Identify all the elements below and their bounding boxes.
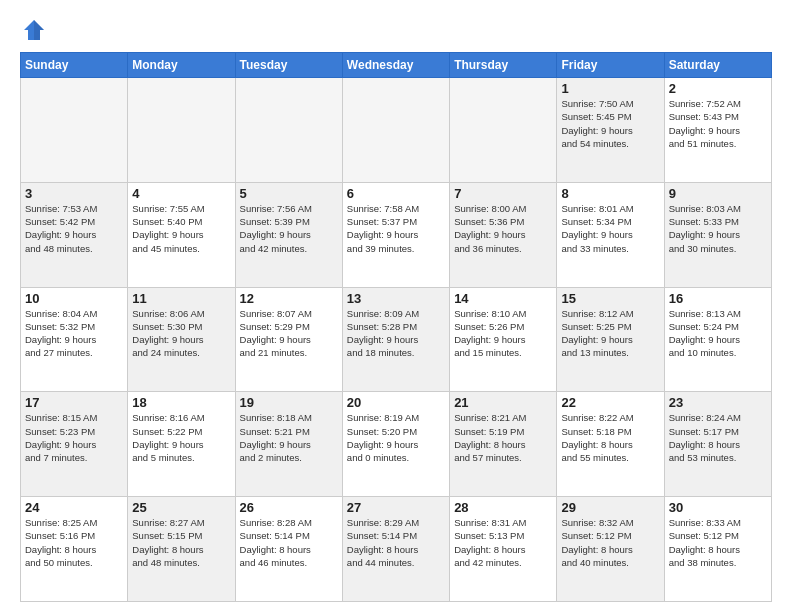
day-cell: 4Sunrise: 7:55 AM Sunset: 5:40 PM Daylig…: [128, 182, 235, 287]
day-cell: 22Sunrise: 8:22 AM Sunset: 5:18 PM Dayli…: [557, 392, 664, 497]
day-cell: 16Sunrise: 8:13 AM Sunset: 5:24 PM Dayli…: [664, 287, 771, 392]
day-cell: 12Sunrise: 8:07 AM Sunset: 5:29 PM Dayli…: [235, 287, 342, 392]
day-cell: 8Sunrise: 8:01 AM Sunset: 5:34 PM Daylig…: [557, 182, 664, 287]
day-info: Sunrise: 8:22 AM Sunset: 5:18 PM Dayligh…: [561, 411, 659, 464]
day-number: 5: [240, 186, 338, 201]
week-row-3: 10Sunrise: 8:04 AM Sunset: 5:32 PM Dayli…: [21, 287, 772, 392]
calendar-table: SundayMondayTuesdayWednesdayThursdayFrid…: [20, 52, 772, 602]
day-cell: [128, 78, 235, 183]
day-number: 19: [240, 395, 338, 410]
day-info: Sunrise: 8:32 AM Sunset: 5:12 PM Dayligh…: [561, 516, 659, 569]
day-cell: [450, 78, 557, 183]
day-number: 25: [132, 500, 230, 515]
day-info: Sunrise: 8:29 AM Sunset: 5:14 PM Dayligh…: [347, 516, 445, 569]
day-cell: 2Sunrise: 7:52 AM Sunset: 5:43 PM Daylig…: [664, 78, 771, 183]
day-number: 8: [561, 186, 659, 201]
day-info: Sunrise: 7:55 AM Sunset: 5:40 PM Dayligh…: [132, 202, 230, 255]
day-cell: 14Sunrise: 8:10 AM Sunset: 5:26 PM Dayli…: [450, 287, 557, 392]
day-info: Sunrise: 7:52 AM Sunset: 5:43 PM Dayligh…: [669, 97, 767, 150]
day-number: 17: [25, 395, 123, 410]
day-info: Sunrise: 8:18 AM Sunset: 5:21 PM Dayligh…: [240, 411, 338, 464]
day-cell: 20Sunrise: 8:19 AM Sunset: 5:20 PM Dayli…: [342, 392, 449, 497]
day-info: Sunrise: 8:15 AM Sunset: 5:23 PM Dayligh…: [25, 411, 123, 464]
day-cell: 30Sunrise: 8:33 AM Sunset: 5:12 PM Dayli…: [664, 497, 771, 602]
day-info: Sunrise: 8:07 AM Sunset: 5:29 PM Dayligh…: [240, 307, 338, 360]
day-cell: 23Sunrise: 8:24 AM Sunset: 5:17 PM Dayli…: [664, 392, 771, 497]
col-header-thursday: Thursday: [450, 53, 557, 78]
day-info: Sunrise: 8:13 AM Sunset: 5:24 PM Dayligh…: [669, 307, 767, 360]
svg-marker-1: [34, 20, 44, 40]
day-number: 24: [25, 500, 123, 515]
day-info: Sunrise: 8:03 AM Sunset: 5:33 PM Dayligh…: [669, 202, 767, 255]
day-cell: 24Sunrise: 8:25 AM Sunset: 5:16 PM Dayli…: [21, 497, 128, 602]
day-number: 13: [347, 291, 445, 306]
day-number: 6: [347, 186, 445, 201]
header-row: SundayMondayTuesdayWednesdayThursdayFrid…: [21, 53, 772, 78]
day-info: Sunrise: 8:31 AM Sunset: 5:13 PM Dayligh…: [454, 516, 552, 569]
day-cell: [21, 78, 128, 183]
day-number: 14: [454, 291, 552, 306]
day-info: Sunrise: 7:50 AM Sunset: 5:45 PM Dayligh…: [561, 97, 659, 150]
day-cell: 9Sunrise: 8:03 AM Sunset: 5:33 PM Daylig…: [664, 182, 771, 287]
day-info: Sunrise: 8:00 AM Sunset: 5:36 PM Dayligh…: [454, 202, 552, 255]
day-cell: 15Sunrise: 8:12 AM Sunset: 5:25 PM Dayli…: [557, 287, 664, 392]
day-number: 20: [347, 395, 445, 410]
day-info: Sunrise: 8:19 AM Sunset: 5:20 PM Dayligh…: [347, 411, 445, 464]
day-number: 26: [240, 500, 338, 515]
day-number: 10: [25, 291, 123, 306]
day-cell: 6Sunrise: 7:58 AM Sunset: 5:37 PM Daylig…: [342, 182, 449, 287]
day-cell: 21Sunrise: 8:21 AM Sunset: 5:19 PM Dayli…: [450, 392, 557, 497]
day-cell: 13Sunrise: 8:09 AM Sunset: 5:28 PM Dayli…: [342, 287, 449, 392]
day-cell: 10Sunrise: 8:04 AM Sunset: 5:32 PM Dayli…: [21, 287, 128, 392]
day-info: Sunrise: 8:25 AM Sunset: 5:16 PM Dayligh…: [25, 516, 123, 569]
day-info: Sunrise: 8:04 AM Sunset: 5:32 PM Dayligh…: [25, 307, 123, 360]
day-info: Sunrise: 8:27 AM Sunset: 5:15 PM Dayligh…: [132, 516, 230, 569]
week-row-4: 17Sunrise: 8:15 AM Sunset: 5:23 PM Dayli…: [21, 392, 772, 497]
day-number: 3: [25, 186, 123, 201]
day-number: 12: [240, 291, 338, 306]
header: [20, 16, 772, 44]
day-info: Sunrise: 8:12 AM Sunset: 5:25 PM Dayligh…: [561, 307, 659, 360]
day-info: Sunrise: 8:21 AM Sunset: 5:19 PM Dayligh…: [454, 411, 552, 464]
day-number: 28: [454, 500, 552, 515]
day-cell: [235, 78, 342, 183]
week-row-1: 1Sunrise: 7:50 AM Sunset: 5:45 PM Daylig…: [21, 78, 772, 183]
day-cell: 19Sunrise: 8:18 AM Sunset: 5:21 PM Dayli…: [235, 392, 342, 497]
col-header-friday: Friday: [557, 53, 664, 78]
day-cell: 7Sunrise: 8:00 AM Sunset: 5:36 PM Daylig…: [450, 182, 557, 287]
day-number: 16: [669, 291, 767, 306]
col-header-tuesday: Tuesday: [235, 53, 342, 78]
day-cell: 18Sunrise: 8:16 AM Sunset: 5:22 PM Dayli…: [128, 392, 235, 497]
day-number: 2: [669, 81, 767, 96]
day-info: Sunrise: 8:33 AM Sunset: 5:12 PM Dayligh…: [669, 516, 767, 569]
col-header-wednesday: Wednesday: [342, 53, 449, 78]
day-cell: 29Sunrise: 8:32 AM Sunset: 5:12 PM Dayli…: [557, 497, 664, 602]
day-number: 4: [132, 186, 230, 201]
day-number: 11: [132, 291, 230, 306]
page: SundayMondayTuesdayWednesdayThursdayFrid…: [0, 0, 792, 612]
day-info: Sunrise: 7:56 AM Sunset: 5:39 PM Dayligh…: [240, 202, 338, 255]
day-cell: 26Sunrise: 8:28 AM Sunset: 5:14 PM Dayli…: [235, 497, 342, 602]
day-cell: 17Sunrise: 8:15 AM Sunset: 5:23 PM Dayli…: [21, 392, 128, 497]
day-info: Sunrise: 7:53 AM Sunset: 5:42 PM Dayligh…: [25, 202, 123, 255]
day-number: 27: [347, 500, 445, 515]
day-cell: 28Sunrise: 8:31 AM Sunset: 5:13 PM Dayli…: [450, 497, 557, 602]
week-row-5: 24Sunrise: 8:25 AM Sunset: 5:16 PM Dayli…: [21, 497, 772, 602]
day-cell: 5Sunrise: 7:56 AM Sunset: 5:39 PM Daylig…: [235, 182, 342, 287]
col-header-sunday: Sunday: [21, 53, 128, 78]
day-info: Sunrise: 8:24 AM Sunset: 5:17 PM Dayligh…: [669, 411, 767, 464]
day-info: Sunrise: 8:10 AM Sunset: 5:26 PM Dayligh…: [454, 307, 552, 360]
day-number: 7: [454, 186, 552, 201]
col-header-monday: Monday: [128, 53, 235, 78]
logo: [20, 16, 52, 44]
day-number: 29: [561, 500, 659, 515]
day-cell: 3Sunrise: 7:53 AM Sunset: 5:42 PM Daylig…: [21, 182, 128, 287]
day-cell: 11Sunrise: 8:06 AM Sunset: 5:30 PM Dayli…: [128, 287, 235, 392]
col-header-saturday: Saturday: [664, 53, 771, 78]
day-cell: 27Sunrise: 8:29 AM Sunset: 5:14 PM Dayli…: [342, 497, 449, 602]
day-cell: [342, 78, 449, 183]
day-info: Sunrise: 8:16 AM Sunset: 5:22 PM Dayligh…: [132, 411, 230, 464]
logo-icon: [20, 16, 48, 44]
day-cell: 1Sunrise: 7:50 AM Sunset: 5:45 PM Daylig…: [557, 78, 664, 183]
day-number: 1: [561, 81, 659, 96]
